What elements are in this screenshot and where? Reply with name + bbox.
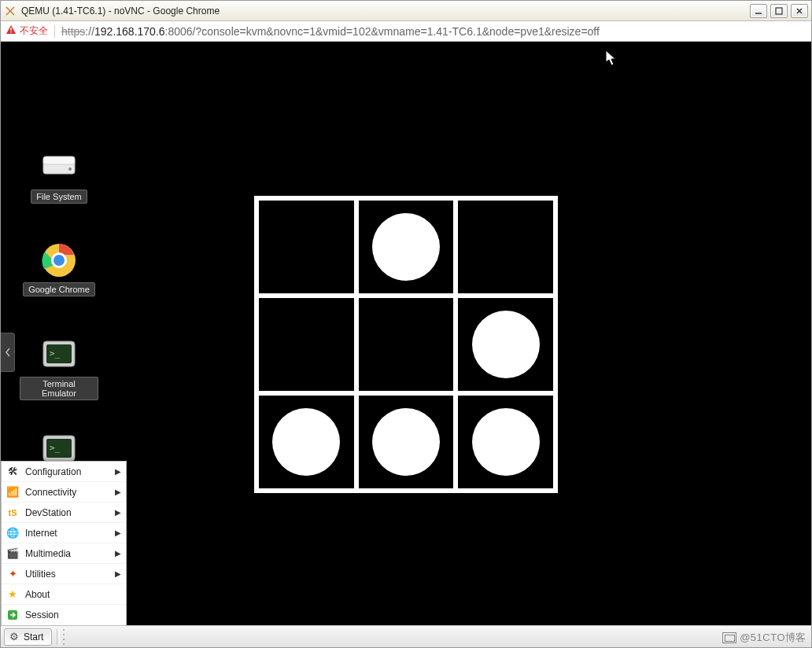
svg-rect-3 bbox=[776, 8, 782, 14]
svg-marker-22 bbox=[606, 50, 615, 65]
menu-item-session[interactable]: Session bbox=[2, 605, 126, 625]
taskbar[interactable]: ⚙ Start @51CTO博客 bbox=[1, 625, 811, 647]
start-label: Start bbox=[24, 631, 43, 642]
desktop-icon-label: Google Chrome bbox=[23, 282, 95, 296]
submenu-arrow-icon: ▶ bbox=[115, 569, 121, 578]
terminal-icon: >_ bbox=[40, 336, 78, 374]
desktop-icon-chrome[interactable]: Google Chrome bbox=[20, 241, 98, 296]
tools-icon: 🛠 bbox=[6, 466, 19, 478]
chrome-icon bbox=[40, 241, 78, 279]
network-icon: 📶 bbox=[6, 486, 19, 499]
svg-text:>_: >_ bbox=[50, 443, 61, 453]
grid-cell[interactable] bbox=[259, 298, 354, 391]
svg-rect-10 bbox=[43, 156, 75, 164]
globe-icon: 🌐 bbox=[6, 527, 19, 539]
taskbar-grip-icon[interactable] bbox=[61, 629, 68, 645]
window-close-button[interactable] bbox=[791, 4, 808, 18]
menu-item-label: Internet bbox=[25, 528, 109, 539]
warning-icon bbox=[6, 24, 17, 38]
taskbar-divider bbox=[57, 629, 60, 645]
chrome-window: QEMU (1.41-TC6.1) - noVNC - Google Chrom… bbox=[0, 0, 812, 648]
grid-board[interactable] bbox=[254, 196, 558, 493]
svg-rect-8 bbox=[10, 31, 11, 32]
gear-icon: ⚙ bbox=[9, 631, 19, 642]
desktop-icon-label: Terminal Emulator bbox=[20, 377, 98, 400]
grid-cell[interactable] bbox=[458, 298, 553, 391]
desktop-icon-label: File System bbox=[31, 190, 87, 204]
desktop-icon-terminal[interactable]: >_ Terminal Emulator bbox=[20, 336, 98, 400]
submenu-arrow-icon: ▶ bbox=[115, 508, 121, 517]
dot-icon bbox=[272, 408, 340, 476]
submenu-arrow-icon: ▶ bbox=[115, 488, 121, 496]
address-bar[interactable]: 不安全 https://192.168.170.6:8006/?console=… bbox=[1, 21, 811, 42]
svg-point-11 bbox=[68, 168, 72, 171]
cursor-icon bbox=[605, 50, 618, 67]
novnc-side-handle[interactable] bbox=[1, 333, 15, 372]
grid-cell[interactable] bbox=[359, 298, 454, 391]
menu-item-label: About bbox=[25, 589, 121, 600]
menu-item-label: Configuration bbox=[25, 466, 109, 477]
grid-cell[interactable] bbox=[359, 201, 454, 293]
watermark: @51CTO博客 bbox=[722, 631, 806, 645]
menu-item-label: DevStation bbox=[25, 507, 109, 518]
submenu-arrow-icon: ▶ bbox=[115, 467, 121, 476]
menu-item-label: Session bbox=[25, 609, 121, 620]
grid-cell[interactable] bbox=[259, 201, 354, 293]
grid-cell[interactable] bbox=[458, 201, 553, 293]
exit-icon bbox=[6, 609, 19, 621]
svg-text:>_: >_ bbox=[50, 348, 61, 359]
start-button[interactable]: ⚙ Start bbox=[4, 628, 52, 646]
dot-icon bbox=[372, 213, 440, 281]
menu-item-devstation[interactable]: tS DevStation ▶ bbox=[2, 503, 126, 523]
menu-item-label: Connectivity bbox=[25, 487, 109, 498]
vnc-viewport[interactable]: File System Google Chrome bbox=[1, 42, 811, 625]
grid-cell[interactable] bbox=[458, 396, 553, 488]
menu-item-label: Utilities bbox=[25, 569, 109, 580]
menu-item-multimedia[interactable]: 🎬 Multimedia ▶ bbox=[2, 543, 126, 564]
menu-item-connectivity[interactable]: 📶 Connectivity ▶ bbox=[2, 482, 126, 503]
url-text[interactable]: https://192.168.170.6:8006/?console=kvm&… bbox=[61, 25, 600, 38]
menu-item-internet[interactable]: 🌐 Internet ▶ bbox=[2, 523, 126, 543]
menu-item-utilities[interactable]: ✦ Utilities ▶ bbox=[2, 564, 126, 584]
start-menu[interactable]: 🛠 Configuration ▶ 📶 Connectivity ▶ tS De… bbox=[1, 461, 127, 625]
insecure-label: 不安全 bbox=[20, 24, 48, 38]
menu-item-label: Multimedia bbox=[25, 548, 109, 559]
menu-item-configuration[interactable]: 🛠 Configuration ▶ bbox=[2, 462, 126, 482]
grid-cell[interactable] bbox=[259, 396, 354, 488]
dot-icon bbox=[472, 408, 540, 476]
menu-item-about[interactable]: ★ About bbox=[2, 584, 126, 605]
watermark-text: @51CTO博客 bbox=[740, 631, 806, 645]
window-maximize-button[interactable] bbox=[770, 4, 788, 18]
window-minimize-button[interactable] bbox=[750, 4, 767, 18]
watermark-icon bbox=[722, 632, 736, 643]
submenu-arrow-icon: ▶ bbox=[115, 528, 121, 537]
submenu-arrow-icon: ▶ bbox=[115, 549, 121, 558]
window-title-bar[interactable]: QEMU (1.41-TC6.1) - noVNC - Google Chrom… bbox=[1, 1, 811, 21]
drive-icon bbox=[40, 149, 78, 186]
svg-point-14 bbox=[54, 255, 65, 266]
wand-icon: ✦ bbox=[6, 568, 19, 580]
clapper-icon: 🎬 bbox=[6, 547, 19, 560]
addr-separator bbox=[54, 25, 55, 38]
insecure-badge: 不安全 bbox=[6, 24, 48, 38]
dot-icon bbox=[472, 311, 540, 378]
dot-icon bbox=[372, 408, 440, 476]
window-title: QEMU (1.41-TC6.1) - noVNC - Google Chrom… bbox=[21, 6, 750, 17]
grid-cell[interactable] bbox=[359, 396, 454, 488]
star-icon: ★ bbox=[6, 588, 19, 601]
remote-desktop[interactable]: File System Google Chrome bbox=[1, 42, 811, 625]
dev-icon: tS bbox=[6, 506, 19, 519]
svg-rect-7 bbox=[10, 28, 11, 31]
chrome-app-icon bbox=[4, 5, 17, 17]
desktop-icon-filesystem[interactable]: File System bbox=[20, 149, 98, 204]
